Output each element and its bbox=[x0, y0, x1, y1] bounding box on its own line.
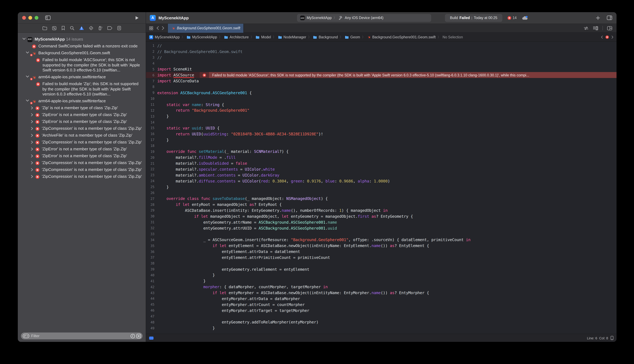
issue-file-row[interactable]: arm64-apple-ios.private.swiftinterface bbox=[18, 74, 146, 80]
cloud-status-icon[interactable] bbox=[522, 16, 528, 20]
add-tab-icon[interactable] bbox=[596, 16, 600, 20]
breadcrumb-item[interactable]: Model bbox=[256, 35, 271, 39]
breadcrumb-item[interactable]: Geom bbox=[345, 35, 360, 39]
line-number[interactable]: 41 bbox=[146, 279, 157, 283]
zoom-window-button[interactable] bbox=[35, 16, 38, 20]
adjust-editor-options-icon[interactable] bbox=[593, 26, 598, 30]
issue-file-row[interactable]: Background.GeoSphere001.Geom.swift bbox=[18, 50, 146, 56]
line-number[interactable]: 18 bbox=[146, 144, 157, 148]
issue-error-row[interactable]: 'ZipCompression' is not a member type of… bbox=[18, 174, 146, 179]
breadcrumb-item[interactable]: Background.GeoSphere001.Geom.swift bbox=[367, 35, 436, 39]
disclosure-chevron-down-icon[interactable] bbox=[22, 38, 26, 40]
tab-background-geosphere[interactable]: Background.GeoSphere001.Geom.swift bbox=[168, 24, 244, 32]
source-control-navigator-icon[interactable] bbox=[52, 26, 56, 30]
line-number[interactable]: 35 bbox=[146, 244, 157, 248]
line-number[interactable]: 45 bbox=[146, 302, 157, 306]
breadcrumb-item[interactable]: MyScenekitApp bbox=[186, 35, 217, 39]
line-number[interactable]: 33 bbox=[146, 232, 157, 236]
line-number[interactable]: 15 bbox=[146, 126, 157, 130]
issue-error-row[interactable]: 'ZipCompression' is not a member type of… bbox=[18, 167, 146, 172]
line-number[interactable]: 30 bbox=[146, 214, 157, 218]
filter-input[interactable] bbox=[29, 334, 130, 338]
project-row[interactable]: ASCMyScenekitApp 14 issues bbox=[18, 37, 146, 42]
next-issue-icon[interactable] bbox=[612, 36, 614, 39]
show-errors-only-icon[interactable] bbox=[136, 334, 141, 338]
line-number[interactable]: 5 bbox=[146, 67, 157, 71]
line-number[interactable]: 12 bbox=[146, 108, 157, 112]
line-number[interactable]: 22 bbox=[146, 167, 157, 171]
line-number[interactable]: 34 bbox=[146, 238, 157, 242]
issue-error-row[interactable]: 'ZipCompression' is not a member type of… bbox=[18, 126, 146, 131]
issue-error-row[interactable]: 'ZipError' is not a member type of class… bbox=[18, 146, 146, 152]
line-number[interactable]: 32 bbox=[146, 226, 157, 230]
disclosure-chevron-right-icon[interactable] bbox=[31, 113, 33, 116]
line-number[interactable]: 7 bbox=[146, 79, 157, 83]
filter-field[interactable] bbox=[21, 332, 142, 339]
issue-error-row[interactable]: 'ZipCompression' is not a member type of… bbox=[18, 160, 146, 166]
line-number[interactable]: 28 bbox=[146, 202, 157, 206]
line-number[interactable]: 21 bbox=[146, 162, 157, 165]
disclosure-chevron-right-icon[interactable] bbox=[31, 175, 33, 178]
line-number[interactable]: 9 bbox=[146, 91, 157, 95]
reports-navigator-icon[interactable] bbox=[117, 26, 121, 30]
disclosure-chevron-right-icon[interactable] bbox=[31, 127, 33, 130]
issue-error-row[interactable]: Command SwiftCompile failed with a nonze… bbox=[18, 44, 146, 49]
line-number[interactable]: 26 bbox=[146, 191, 157, 195]
line-number[interactable]: 3 bbox=[146, 56, 157, 59]
go-back-icon[interactable] bbox=[156, 26, 159, 30]
issue-error-row[interactable]: 'ZipError' is not a member type of class… bbox=[18, 119, 146, 124]
line-number[interactable]: 39 bbox=[146, 267, 157, 271]
line-number[interactable]: 8 bbox=[146, 85, 157, 89]
split-editor-icon[interactable] bbox=[607, 26, 612, 30]
issue-error-row[interactable]: 'ZipError' is not a member type of class… bbox=[18, 112, 146, 118]
line-number[interactable]: 37 bbox=[146, 256, 157, 259]
toolbar-error-badge[interactable]: 14 bbox=[507, 16, 517, 20]
line-number[interactable]: 20 bbox=[146, 156, 157, 160]
disclosure-chevron-right-icon[interactable] bbox=[31, 168, 33, 171]
project-navigator-icon[interactable] bbox=[42, 26, 47, 30]
line-number[interactable]: 10 bbox=[146, 97, 157, 100]
tests-navigator-icon[interactable] bbox=[89, 26, 93, 30]
breadcrumb-item[interactable]: No Selection bbox=[442, 35, 463, 39]
related-items-icon[interactable] bbox=[149, 26, 153, 30]
line-number[interactable]: 40 bbox=[146, 273, 157, 277]
bookmarks-navigator-icon[interactable] bbox=[62, 26, 65, 30]
line-number[interactable]: 11 bbox=[146, 102, 157, 106]
disclosure-chevron-down-icon[interactable] bbox=[26, 52, 29, 54]
issue-error-row[interactable]: 'ZipError' is not a member type of class… bbox=[18, 154, 146, 158]
disclosure-chevron-down-icon[interactable] bbox=[26, 76, 29, 78]
line-number[interactable]: 43 bbox=[146, 291, 157, 294]
line-number[interactable]: 25 bbox=[146, 185, 157, 189]
breadcrumb-item[interactable]: AMyScenekitApp bbox=[149, 35, 180, 39]
breadcrumb-item[interactable]: Architecture bbox=[224, 35, 249, 39]
editor-mode-indicator[interactable] bbox=[149, 336, 154, 340]
line-number[interactable]: 46 bbox=[146, 308, 157, 312]
line-number[interactable]: 42 bbox=[146, 285, 157, 289]
breadcrumb-item[interactable]: Background bbox=[313, 35, 338, 39]
show-recent-icon[interactable] bbox=[130, 334, 135, 338]
breadcrumb[interactable]: AMyScenekitApp〉MyScenekitApp〉Architectur… bbox=[149, 35, 598, 39]
issues-navigator-icon[interactable] bbox=[79, 26, 84, 30]
disclosure-chevron-right-icon[interactable] bbox=[31, 148, 33, 150]
close-window-button[interactable] bbox=[22, 16, 26, 20]
disclosure-chevron-right-icon[interactable] bbox=[31, 120, 33, 123]
line-number[interactable]: 48 bbox=[146, 320, 157, 324]
line-number[interactable]: 44 bbox=[146, 297, 157, 300]
debug-navigator-icon[interactable] bbox=[98, 26, 102, 30]
disclosure-chevron-right-icon[interactable] bbox=[31, 154, 33, 157]
disclosure-chevron-right-icon[interactable] bbox=[31, 140, 33, 144]
line-number[interactable]: 24 bbox=[146, 179, 157, 183]
line-number[interactable]: 1 bbox=[146, 44, 157, 48]
scheme-selector[interactable]: ASC MyScenekitApp 〉 Any iOS Device (arm6… bbox=[297, 14, 431, 22]
line-number[interactable]: 27 bbox=[146, 197, 157, 200]
line-number[interactable]: 16 bbox=[146, 132, 157, 136]
line-number[interactable]: 2 bbox=[146, 50, 157, 54]
breakpoints-navigator-icon[interactable] bbox=[107, 26, 112, 30]
line-number[interactable]: 49 bbox=[146, 326, 157, 330]
disclosure-chevron-right-icon[interactable] bbox=[31, 161, 33, 164]
activity-status[interactable]: Build Failed | Today at 00:25 bbox=[445, 14, 502, 22]
disclosure-chevron-right-icon[interactable] bbox=[31, 134, 33, 137]
code-editor[interactable]: 1//2// Background.GeoSphere001.Geom.swif… bbox=[146, 42, 616, 334]
issue-error-row[interactable]: 'Zip' is not a member type of class 'Zip… bbox=[18, 106, 146, 110]
issue-file-row[interactable]: arm64-apple-ios.private.swiftinterface bbox=[18, 98, 146, 104]
